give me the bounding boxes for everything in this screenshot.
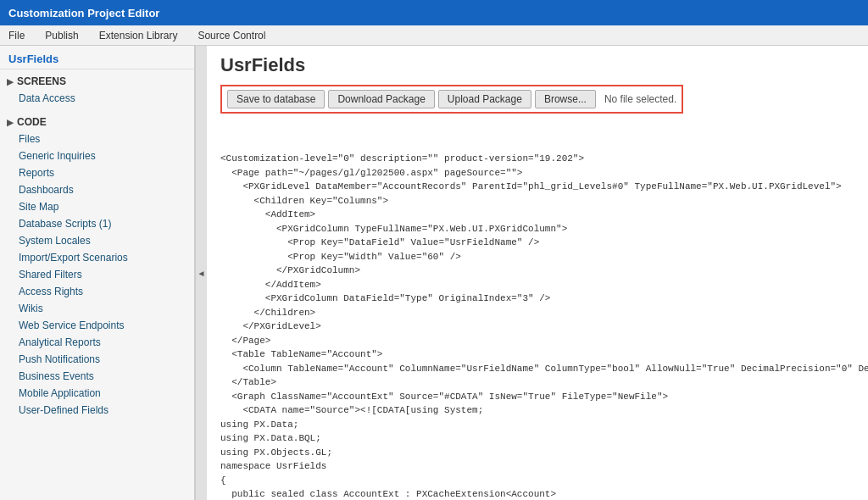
browse-button[interactable]: Browse... (535, 90, 596, 108)
sidebar-item-data-access[interactable]: Data Access (0, 90, 194, 107)
main-layout: UsrFields ▶ SCREENS Data Access ▶ CODE F… (0, 46, 868, 500)
sidebar: UsrFields ▶ SCREENS Data Access ▶ CODE F… (0, 46, 195, 500)
save-to-database-button[interactable]: Save to database (227, 90, 325, 108)
code-line: <Prop Key="DataField" Value="UsrFieldNam… (220, 236, 854, 250)
download-package-button[interactable]: Download Package (328, 90, 434, 108)
code-line: </PXGridColumn> (220, 264, 854, 278)
upload-package-button[interactable]: Upload Package (438, 90, 531, 108)
code-line: { (220, 474, 854, 488)
sidebar-item-analytical-reports[interactable]: Analytical Reports (0, 334, 194, 351)
screens-section-label: SCREENS (17, 75, 66, 87)
code-line: using PX.Data.BQL; (220, 431, 854, 446)
toolbar: Save to database Download Package Upload… (220, 85, 683, 114)
code-line: <AddItem> (220, 208, 854, 222)
sidebar-item-database-scripts[interactable]: Database Scripts (1) (0, 215, 194, 232)
code-line: <Prop Key="Width" Value="60" /> (220, 250, 854, 264)
code-line: <Graph ClassName="AccountExt" Source="#C… (220, 390, 854, 404)
code-line: using PX.Data; (220, 418, 854, 432)
sidebar-item-generic-inquiries[interactable]: Generic Inquiries (0, 147, 194, 164)
sidebar-item-web-service-endpoints[interactable]: Web Service Endpoints (0, 317, 194, 334)
sidebar-section-code: ▶ CODE FilesGeneric InquiriesReportsDash… (0, 110, 194, 422)
sidebar-item-mobile-application[interactable]: Mobile Application (0, 385, 194, 402)
sidebar-item-reports[interactable]: Reports (0, 164, 194, 181)
code-arrow-icon: ▶ (7, 118, 14, 127)
code-line: public sealed class AccountExt : PXCache… (220, 487, 854, 500)
sidebar-section-code-header[interactable]: ▶ CODE (0, 114, 194, 131)
sidebar-section-screens: ▶ SCREENS Data Access (0, 69, 194, 110)
no-file-selected-text: No file selected. (604, 93, 676, 105)
sidebar-item-user-defined-fields[interactable]: User-Defined Fields (0, 402, 194, 419)
code-line: <PXGridColumn TypeFullName="PX.Web.UI.PX… (220, 222, 854, 236)
code-line: <PXGridLevel DataMember="AccountRecords"… (220, 180, 854, 194)
menu-publish[interactable]: Publish (42, 28, 81, 43)
menu-bar: File Publish Extension Library Source Co… (0, 25, 868, 46)
sidebar-section-screens-header[interactable]: ▶ SCREENS (0, 73, 194, 90)
code-line: <PXGridColumn DataField="Type" OriginalI… (220, 292, 854, 306)
code-section-label: CODE (17, 116, 47, 128)
sidebar-item-system-locales[interactable]: System Locales (0, 232, 194, 249)
menu-file[interactable]: File (5, 28, 28, 43)
screens-arrow-icon: ▶ (7, 77, 14, 86)
code-line: <Page path="~/pages/gl/gl202500.aspx" pa… (220, 166, 854, 181)
code-line: using PX.Objects.GL; (220, 446, 854, 460)
sidebar-item-business-events[interactable]: Business Events (0, 368, 194, 385)
sidebar-item-files[interactable]: Files (0, 131, 194, 147)
code-line: </Page> (220, 334, 854, 348)
code-line: </PXGridLevel> (220, 319, 854, 334)
menu-extension-library[interactable]: Extension Library (96, 28, 181, 43)
sidebar-item-import-export-scenarios[interactable]: Import/Export Scenarios (0, 249, 194, 266)
menu-source-control[interactable]: Source Control (194, 28, 269, 43)
code-line: <Customization-level="0" description="" … (220, 152, 854, 166)
page-title: UsrFields (220, 54, 854, 76)
code-line: </Table> (220, 375, 854, 390)
sidebar-title: UsrFields (0, 46, 194, 69)
sidebar-item-wikis[interactable]: Wikis (0, 300, 194, 317)
code-area: <Customization-level="0" description="" … (220, 120, 854, 500)
code-line: <Column TableName="Account" ColumnName="… (220, 362, 854, 376)
collapse-sidebar-handle[interactable]: ◄ (195, 46, 207, 500)
collapse-icon: ◄ (198, 269, 206, 278)
code-line: </Children> (220, 306, 854, 320)
content-area: UsrFields Save to database Download Pack… (207, 46, 868, 500)
code-line: <Table TableName="Account"> (220, 347, 854, 362)
code-line: </AddItem> (220, 278, 854, 292)
sidebar-item-access-rights[interactable]: Access Rights (0, 283, 194, 300)
code-line: <Children Key="Columns"> (220, 194, 854, 208)
code-line: <CDATA name="Source"><![CDATA[using Syst… (220, 403, 854, 418)
sidebar-item-site-map[interactable]: Site Map (0, 198, 194, 215)
sidebar-item-shared-filters[interactable]: Shared Filters (0, 266, 194, 283)
title-text: Customization Project Editor (8, 7, 159, 19)
code-line: namespace UsrFields (220, 459, 854, 474)
code-sidebar-items: FilesGeneric InquiriesReportsDashboardsS… (0, 131, 194, 419)
sidebar-item-dashboards[interactable]: Dashboards (0, 181, 194, 198)
title-bar: Customization Project Editor (0, 0, 868, 25)
sidebar-item-push-notifications[interactable]: Push Notifications (0, 351, 194, 368)
